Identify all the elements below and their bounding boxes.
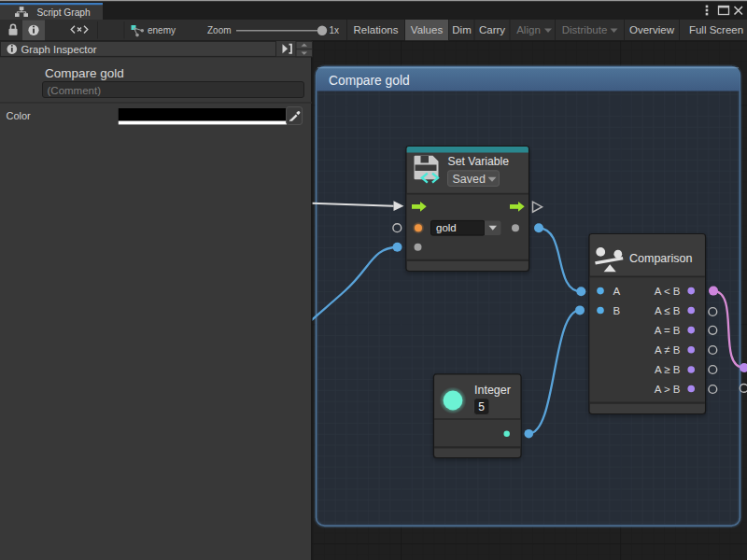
svg-text:Set Variable: Set Variable: [448, 155, 510, 168]
svg-text:Distribute: Distribute: [562, 24, 608, 35]
svg-text:Comparison: Comparison: [629, 252, 692, 265]
svg-text:(Comment): (Comment): [48, 85, 102, 96]
svg-text:1x: 1x: [330, 25, 340, 35]
svg-text:enemy: enemy: [148, 25, 176, 35]
svg-text:A: A: [613, 286, 621, 297]
svg-text:A < B: A < B: [655, 286, 681, 297]
svg-text:Dim: Dim: [452, 24, 471, 35]
svg-text:Color: Color: [7, 110, 32, 121]
svg-text:gold: gold: [436, 222, 457, 233]
svg-text:Graph Inspector: Graph Inspector: [21, 44, 97, 55]
svg-text:5: 5: [478, 400, 485, 413]
svg-text:Saved: Saved: [453, 173, 486, 186]
svg-text:Compare gold: Compare gold: [329, 74, 410, 88]
svg-text:Carry: Carry: [479, 24, 505, 35]
svg-text:Script Graph: Script Graph: [37, 7, 91, 18]
svg-text:A ≥ B: A ≥ B: [655, 364, 681, 375]
svg-text:Full Screen: Full Screen: [689, 24, 743, 35]
svg-text:Compare gold: Compare gold: [45, 66, 124, 80]
svg-text:A = B: A = B: [655, 325, 681, 336]
svg-text:A ≤ B: A ≤ B: [655, 305, 681, 316]
svg-text:Relations: Relations: [354, 24, 399, 35]
svg-text:A ≠ B: A ≠ B: [655, 344, 681, 356]
svg-text:Values: Values: [411, 24, 444, 35]
svg-text:Align: Align: [516, 24, 541, 35]
svg-text:B: B: [613, 305, 621, 316]
svg-text:Overview: Overview: [629, 24, 675, 35]
svg-text:Integer: Integer: [474, 384, 511, 397]
svg-text:Zoom: Zoom: [207, 25, 232, 35]
svg-text:A > B: A > B: [655, 384, 681, 395]
